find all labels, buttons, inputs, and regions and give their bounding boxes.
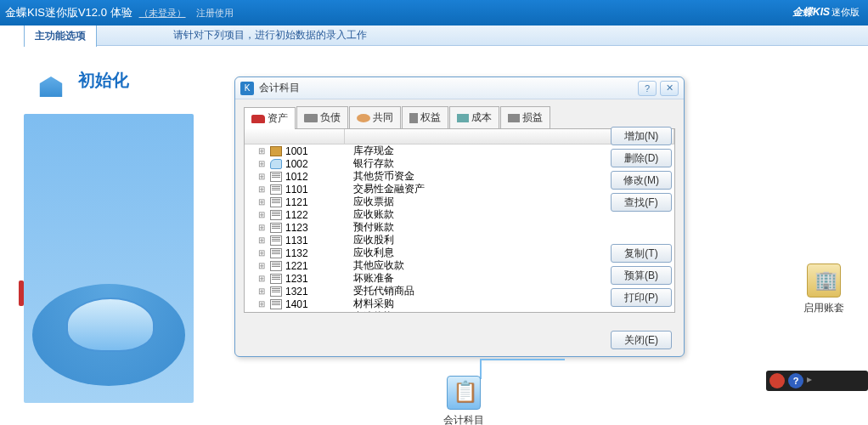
account-code: 1002: [285, 158, 353, 170]
row-icon: [270, 248, 282, 258]
account-row[interactable]: ⊞1402在途物资: [245, 310, 674, 312]
tab-icon: [409, 113, 418, 123]
tab-icon: [457, 114, 469, 122]
hint-text: 请针对下列项目，进行初始数据的录入工作: [173, 28, 367, 42]
copy-button[interactable]: 复制(T): [611, 244, 672, 263]
row-icon: [270, 223, 282, 233]
account-code: 1123: [285, 222, 353, 234]
row-icon: [270, 197, 282, 207]
tray-icon-1[interactable]: [769, 373, 785, 388]
dialog-titlebar[interactable]: K 会计科目 ? ✕: [235, 77, 684, 99]
main-func-tab[interactable]: 主功能选项: [24, 25, 97, 47]
tab-资产[interactable]: 资产: [244, 107, 296, 129]
account-code: 1221: [285, 260, 353, 272]
expand-icon[interactable]: ⊞: [258, 172, 267, 181]
tab-icon: [304, 114, 318, 122]
row-icon: [270, 235, 282, 246]
row-icon: [270, 299, 282, 309]
tab-成本[interactable]: 成本: [449, 106, 499, 128]
row-icon: [270, 312, 282, 313]
section-initialize[interactable]: 初始化: [24, 46, 202, 114]
account-code: 1012: [285, 171, 353, 183]
account-code: 1121: [285, 196, 353, 208]
app-title: 金蝶KIS迷你版V12.0 体验: [5, 5, 132, 20]
row-icon: [270, 172, 282, 182]
budget-button[interactable]: 预算(B): [611, 266, 672, 285]
dialog-accounts: K 会计科目 ? ✕ 资产负债共同权益成本损益 ⊞1001库存现金⊞1002银行…: [234, 76, 685, 357]
expand-icon[interactable]: ⊞: [258, 146, 267, 156]
print-button[interactable]: 打印(P): [611, 288, 672, 307]
tab-icon: [357, 114, 370, 122]
tabs: 资产负债共同权益成本损益: [244, 106, 675, 129]
row-icon: [270, 184, 282, 195]
tray-icon-help[interactable]: ?: [788, 373, 803, 388]
dialog-title: 会计科目: [259, 81, 634, 95]
login-link[interactable]: （未登录）: [139, 7, 186, 20]
row-icon: [270, 274, 282, 284]
delete-button[interactable]: 删除(D): [611, 149, 672, 167]
expand-icon[interactable]: ⊞: [258, 286, 267, 296]
tab-负债[interactable]: 负债: [296, 106, 348, 128]
account-code: 1001: [285, 145, 353, 157]
button-column: 增加(N) 删除(D) 修改(M) 查找(F) 复制(T) 预算(B) 打印(P…: [611, 127, 672, 307]
expand-icon[interactable]: ⊞: [258, 159, 267, 168]
tab-icon: [251, 115, 265, 123]
cube-icon: [32, 63, 70, 97]
dialog-icon: K: [240, 82, 254, 95]
register-link[interactable]: 注册使用: [196, 7, 234, 20]
edit-button[interactable]: 修改(M): [611, 171, 672, 190]
expand-icon[interactable]: ⊞: [258, 184, 267, 194]
account-code: 1401: [285, 298, 353, 310]
app-header: 金蝶KIS迷你版V12.0 体验 （未登录） 注册使用 金蝶KIS迷你版: [0, 0, 868, 26]
enable-icon: [807, 264, 841, 298]
expand-icon[interactable]: ⊞: [258, 299, 267, 309]
account-code: 1131: [285, 235, 353, 246]
help-button[interactable]: ?: [638, 81, 657, 96]
section-title: 初始化: [78, 69, 129, 92]
dialog-close-button[interactable]: 关闭(E): [611, 331, 672, 349]
account-code: 1132: [285, 247, 353, 259]
account-name: 在途物资: [353, 309, 394, 312]
add-button[interactable]: 增加(N): [611, 127, 672, 145]
expand-icon[interactable]: ⊞: [258, 235, 267, 245]
account-code: 1101: [285, 184, 353, 196]
find-button[interactable]: 查找(F): [611, 193, 672, 212]
row-icon: [270, 286, 282, 297]
flow-enable[interactable]: 启用账套: [803, 264, 844, 315]
tab-损益[interactable]: 损益: [500, 106, 550, 128]
expand-icon[interactable]: ⊞: [258, 248, 267, 258]
brand-logo: 金蝶KIS迷你版: [792, 2, 860, 20]
row-icon: [270, 146, 282, 156]
expand-icon[interactable]: ⊞: [258, 210, 267, 219]
tray-chevron-icon[interactable]: ▸: [807, 373, 819, 388]
illustration-teacup: [24, 114, 194, 403]
expand-icon[interactable]: ⊞: [258, 261, 267, 270]
tab-共同[interactable]: 共同: [349, 106, 401, 128]
tab-权益[interactable]: 权益: [402, 106, 448, 128]
expand-icon[interactable]: ⊞: [258, 274, 267, 283]
close-button[interactable]: ✕: [660, 81, 679, 96]
account-code: 1122: [285, 209, 353, 221]
tab-icon: [508, 114, 520, 122]
tray: ? ▸: [766, 371, 868, 391]
expand-icon[interactable]: ⊞: [258, 197, 267, 207]
expand-icon[interactable]: ⊞: [258, 223, 267, 232]
row-icon: [270, 261, 282, 271]
row-icon: [270, 210, 282, 220]
flow-accounts[interactable]: 会计科目: [443, 376, 484, 425]
account-code: 1321: [285, 286, 353, 298]
accounts-icon: [447, 376, 481, 410]
toolbar: 主功能选项 请针对下列项目，进行初始数据的录入工作: [0, 26, 868, 46]
account-code: 1231: [285, 273, 353, 285]
account-code: 1402: [285, 311, 353, 313]
row-icon: [270, 159, 282, 169]
